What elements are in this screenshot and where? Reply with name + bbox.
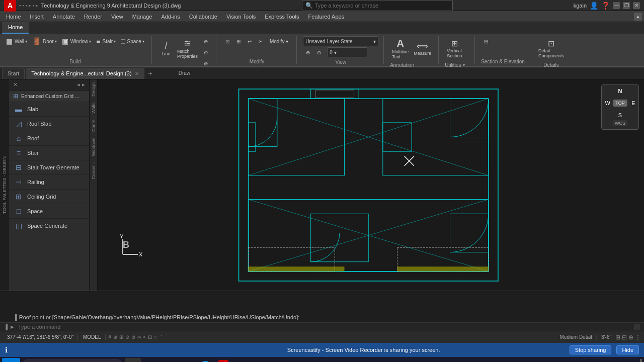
ribbon-group-build: ▦ Wall ▾ 🚪 Door ▾ ▣ Window ▾ ≡ Stair ▾ □ bbox=[4, 36, 152, 64]
hide-button[interactable]: Hide bbox=[616, 345, 639, 354]
taskbar-app-autocad[interactable]: A bbox=[215, 358, 231, 362]
ribbon-minimize-button[interactable]: ▲ bbox=[634, 13, 642, 21]
layer-dropdown[interactable]: Unsaved Layer State ▾ bbox=[303, 36, 378, 46]
detail-components-button[interactable]: ⊡ DetailComponents bbox=[536, 36, 566, 60]
palette-item-roof[interactable]: ⌂ Roof bbox=[9, 131, 89, 146]
palette-scroll-down[interactable]: ▸ bbox=[82, 81, 85, 88]
ducs-icon[interactable]: ⌖ bbox=[143, 334, 146, 340]
titlebar: A ▪ ▪ ▪ ▸ ▪ ▸ Technology & Engineering 9… bbox=[0, 0, 644, 11]
menu-collaborate[interactable]: Collaborate bbox=[185, 13, 221, 21]
grid-icon[interactable]: # bbox=[109, 334, 112, 340]
modify-tool-1[interactable]: ⊡ bbox=[222, 36, 232, 46]
palette-item-railing[interactable]: ⊣ Railing bbox=[9, 175, 89, 190]
ribbon-group-details-items: ⊡ DetailComponents bbox=[536, 36, 566, 61]
vertical-section-button[interactable]: ⊞ VerticalSection bbox=[445, 36, 464, 60]
window-button[interactable]: ▣ Window ▾ bbox=[60, 36, 94, 46]
status-icon-1[interactable]: ⊞ bbox=[615, 334, 620, 341]
search-bar[interactable]: 🔍 bbox=[302, 0, 453, 11]
palette-item-slab[interactable]: ▬ Slab bbox=[9, 102, 89, 117]
modify-tool-3[interactable]: ↩ bbox=[245, 36, 255, 46]
dyn-icon[interactable]: ⊡ bbox=[148, 334, 152, 340]
status-icon-3[interactable]: ⊕ bbox=[628, 334, 633, 341]
start-button[interactable]: ⊞ bbox=[2, 358, 20, 362]
palette-item-ceiling-grid[interactable]: ⊞ Ceiling Grid bbox=[9, 190, 89, 204]
palette-scroll-up[interactable]: ◂ bbox=[77, 81, 80, 88]
side-label-walls[interactable]: Walls bbox=[90, 100, 97, 117]
measure-button[interactable]: ⟺ Measure bbox=[412, 36, 433, 60]
side-label-doors[interactable]: Doors bbox=[90, 117, 97, 135]
match-properties-button[interactable]: ≊ MatchProperties bbox=[175, 36, 200, 60]
palette-item-space[interactable]: □ Space bbox=[9, 204, 89, 219]
status-detail[interactable]: Medium Detail bbox=[557, 334, 595, 340]
menu-manage[interactable]: Manage bbox=[128, 13, 156, 21]
space-button[interactable]: □ Space ▾ bbox=[119, 36, 146, 46]
minimize-button[interactable]: — bbox=[613, 2, 620, 9]
draw-tool-3[interactable]: ⊚ bbox=[201, 58, 211, 68]
menu-render[interactable]: Render bbox=[80, 13, 106, 21]
restore-button[interactable]: ❐ bbox=[623, 2, 630, 9]
menu-vision-tools[interactable]: Vision Tools bbox=[222, 13, 260, 21]
tab-drawing-close[interactable]: ✕ bbox=[135, 71, 139, 76]
modify-dropdown[interactable]: Modify ▾ bbox=[267, 36, 291, 46]
qp-icon[interactable]: ⋮ bbox=[159, 334, 164, 340]
palette-close-icon[interactable]: ✕ bbox=[13, 81, 18, 88]
side-label-design[interactable]: Design bbox=[90, 79, 97, 100]
polar-icon[interactable]: ⊙ bbox=[125, 334, 129, 340]
modify-tool-2[interactable]: ⊞ bbox=[233, 36, 244, 46]
tab-add-button[interactable]: + bbox=[145, 68, 155, 78]
lweight-icon[interactable]: ≡ bbox=[154, 334, 157, 340]
tab-home[interactable]: Home bbox=[2, 22, 29, 34]
search-input[interactable] bbox=[315, 3, 449, 9]
taskbar-app-chrome[interactable]: 🌐 bbox=[197, 358, 213, 362]
space-generate-icon: ◫ bbox=[14, 221, 23, 230]
taskbar-search-box[interactable]: 🔍 Type here to search bbox=[22, 359, 123, 362]
status-mode[interactable]: MODEL bbox=[79, 334, 106, 340]
palette-item-stair-tower[interactable]: ⊟ Stair Tower Generate bbox=[9, 160, 89, 175]
side-label-corner[interactable]: Corner... bbox=[90, 159, 97, 183]
draw-tool-2[interactable]: ⊙ bbox=[201, 47, 211, 57]
drawing-area[interactable]: N S E W TOP WCS X Y B bbox=[98, 79, 644, 291]
status-coordinates[interactable]: 377'-4 7/16", 181'-6 5/8", 0'-0" bbox=[3, 334, 78, 340]
tab-drawing[interactable]: Technology & Engine...ectural Design (3)… bbox=[26, 68, 144, 79]
status-icon-2[interactable]: ⊟ bbox=[622, 334, 627, 341]
status-scale[interactable]: 3'-6" bbox=[598, 334, 614, 340]
menu-annotate[interactable]: Annotate bbox=[49, 13, 79, 21]
measure-icon: ⟺ bbox=[417, 41, 428, 51]
palette-item-stair[interactable]: ≡ Stair bbox=[9, 146, 89, 160]
side-label-windows[interactable]: Windows bbox=[90, 135, 97, 159]
tab-start[interactable]: Start bbox=[2, 68, 25, 79]
taskbar-app-explorer[interactable]: 🗂 bbox=[125, 358, 141, 362]
palette-item-space-generate[interactable]: ◫ Space Generate bbox=[9, 219, 89, 233]
snap-icon[interactable]: ⊕ bbox=[113, 334, 117, 340]
menu-insert[interactable]: Insert bbox=[26, 13, 48, 21]
taskbar-app-edge[interactable]: e bbox=[161, 358, 177, 362]
menu-addins[interactable]: Add-ins bbox=[157, 13, 184, 21]
stop-sharing-button[interactable]: Stop sharing bbox=[570, 345, 612, 354]
layer-btn-1[interactable]: ⊕ bbox=[303, 47, 313, 57]
modify-tool-4[interactable]: ✂ bbox=[256, 36, 266, 46]
close-button[interactable]: ✕ bbox=[633, 2, 640, 9]
menu-home[interactable]: Home bbox=[2, 13, 25, 21]
ortho-icon[interactable]: ⊞ bbox=[119, 334, 123, 340]
layer-btn-2[interactable]: ⊙ bbox=[314, 47, 324, 57]
otrack-icon[interactable]: ∞ bbox=[137, 334, 141, 340]
door-button[interactable]: 🚪 Door ▾ bbox=[30, 36, 59, 46]
taskbar-app-folder[interactable]: 📁 bbox=[179, 358, 195, 362]
status-icon-4[interactable]: ⋮ bbox=[635, 334, 641, 341]
osnap-icon[interactable]: ⊚ bbox=[131, 334, 135, 340]
menu-view[interactable]: View bbox=[107, 13, 127, 21]
section-btn[interactable]: ⊟ bbox=[481, 36, 491, 46]
multiline-text-button[interactable]: A MultilineText bbox=[390, 36, 411, 60]
layer-num-dropdown[interactable]: 0 ▾ bbox=[327, 47, 367, 57]
line-button[interactable]: / Line bbox=[158, 36, 174, 60]
draw-tool-1[interactable]: ⊕ bbox=[201, 36, 211, 46]
wall-button[interactable]: ▦ Wall ▾ bbox=[4, 36, 29, 46]
cmdline-input[interactable] bbox=[18, 324, 634, 330]
show-desktop-icon[interactable] bbox=[640, 359, 642, 362]
palette-item-roof-slab[interactable]: ◿ Roof Slab bbox=[9, 117, 89, 131]
menu-featured-apps[interactable]: Featured Apps bbox=[304, 13, 349, 21]
menu-express-tools[interactable]: Express Tools bbox=[261, 13, 303, 21]
cmdline-scrollbar[interactable] bbox=[634, 324, 640, 330]
taskbar-app-store[interactable]: 🛍 bbox=[143, 358, 159, 362]
stair-button[interactable]: ≡ Stair ▾ bbox=[94, 36, 118, 46]
